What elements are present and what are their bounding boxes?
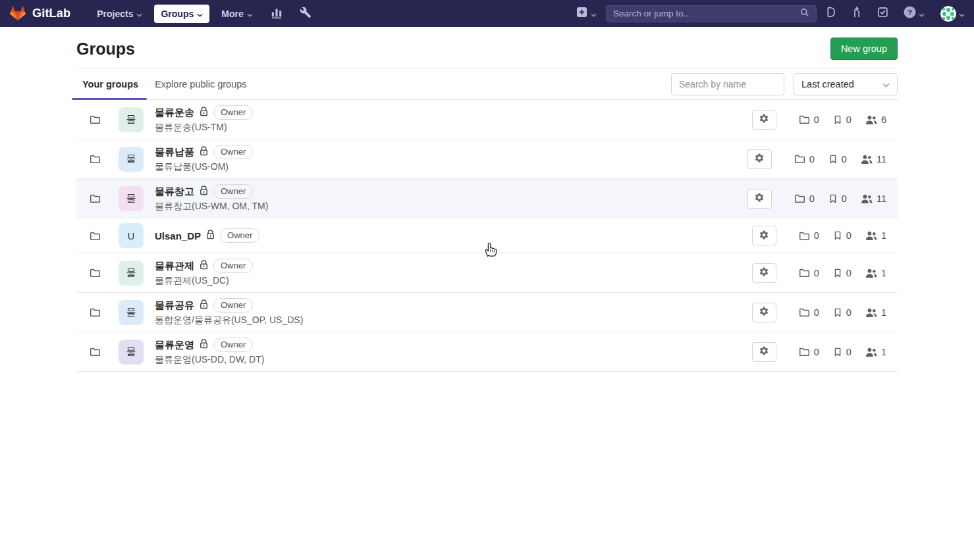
group-avatar[interactable]: 물: [119, 147, 144, 172]
gitlab-home-link[interactable]: GitLab: [9, 4, 70, 24]
group-avatar-initial: 물: [126, 345, 136, 358]
role-badge: Owner: [213, 259, 253, 273]
lock-icon: [200, 339, 208, 351]
group-settings-button[interactable]: [747, 149, 772, 169]
tab-your-groups[interactable]: Your groups: [76, 68, 144, 99]
group-name-link[interactable]: 물류운영: [155, 339, 194, 351]
folder-icon: [90, 268, 101, 278]
users-icon: [865, 307, 877, 318]
group-description: 물류창고(US-WM, OM, TM): [155, 201, 268, 213]
folder-icon: [799, 231, 810, 241]
filter-by-name-input[interactable]: [671, 73, 784, 95]
group-name-link[interactable]: 물류관제: [155, 260, 194, 272]
bookmark-icon: [833, 230, 842, 241]
subgroups-count: 0: [799, 347, 819, 357]
subgroups-count: 0: [799, 307, 819, 318]
group-settings-button[interactable]: [747, 189, 772, 209]
members-count: 1: [865, 347, 886, 357]
group-settings-button[interactable]: [752, 110, 776, 130]
group-name-link[interactable]: 물류운송: [155, 107, 194, 119]
chevron-down-icon: [591, 8, 597, 20]
folder-icon: [799, 268, 810, 278]
projects-count: 0: [833, 115, 852, 125]
issues-icon: [826, 7, 836, 20]
lock-icon: [200, 186, 208, 198]
group-description: 물류납품(US-OM): [155, 161, 253, 173]
gear-icon: [759, 345, 769, 358]
group-settings-button[interactable]: [752, 303, 776, 322]
role-badge: Owner: [213, 338, 253, 352]
groups-list: 물 물류운송 Owner 물류운송(US-TM): [76, 100, 898, 372]
group-name-link[interactable]: 물류공유: [155, 299, 194, 312]
new-group-button[interactable]: New group: [830, 38, 898, 60]
global-search-input[interactable]: [613, 9, 800, 18]
lock-icon: [200, 107, 208, 119]
group-avatar[interactable]: 물: [119, 261, 144, 286]
group-avatar[interactable]: 물: [119, 300, 144, 325]
analytics-button[interactable]: [265, 3, 288, 25]
nav-groups[interactable]: Groups: [154, 5, 209, 23]
merge-requests-button[interactable]: [852, 7, 862, 20]
group-avatar[interactable]: 물: [119, 186, 144, 211]
group-name-link[interactable]: Ulsan_DP: [155, 230, 201, 242]
chevron-down-icon: [197, 9, 203, 19]
group-avatar[interactable]: 물: [119, 340, 144, 365]
group-row[interactable]: 물 물류공유 Owner 통합운영/물류공유(US_OP, US_DS): [76, 293, 898, 332]
question-circle-icon: ?: [904, 6, 916, 21]
issues-button[interactable]: [826, 7, 836, 20]
group-avatar[interactable]: 물: [119, 107, 144, 132]
main-menu: Projects Groups More: [90, 3, 317, 25]
group-description: 통합운영/물류공유(US_OP, US_DS): [155, 315, 303, 326]
folder-icon: [799, 347, 810, 357]
projects-count: 0: [833, 347, 852, 357]
users-icon: [861, 154, 873, 165]
folder-icon: [799, 307, 810, 317]
group-settings-button[interactable]: [752, 342, 776, 362]
nav-projects[interactable]: Projects: [90, 5, 149, 23]
sort-dropdown[interactable]: Last created: [794, 73, 898, 95]
members-count: 1: [865, 307, 886, 318]
user-menu-button[interactable]: [940, 6, 965, 22]
todos-button[interactable]: [878, 7, 888, 20]
bar-chart-icon: [271, 7, 283, 21]
projects-count: 0: [828, 154, 847, 165]
projects-count: 0: [833, 307, 852, 318]
subgroups-count: 0: [794, 154, 815, 165]
admin-area-button[interactable]: [294, 3, 317, 25]
group-row[interactable]: 물 물류운영 Owner 물류운영(US-DD, DW, DT): [76, 332, 898, 372]
group-name-link[interactable]: 물류납품: [155, 146, 194, 159]
group-settings-button[interactable]: [752, 263, 776, 283]
role-badge: Owner: [213, 145, 253, 159]
nav-more[interactable]: More: [215, 5, 259, 23]
lock-icon: [206, 230, 215, 242]
groups-page: Groups New group Your groups Explore pub…: [76, 27, 898, 372]
lock-icon: [200, 260, 208, 272]
subgroups-count: 0: [799, 268, 819, 278]
new-menu-button[interactable]: [576, 7, 597, 20]
group-row[interactable]: 물 물류창고 Owner 물류창고(US-WM, OM, TM): [76, 179, 898, 218]
group-row[interactable]: 물 물류관제 Owner 물류관제(US_DC): [76, 253, 898, 293]
global-search[interactable]: [606, 5, 817, 22]
lock-icon: [200, 299, 208, 312]
group-name-link[interactable]: 물류창고: [155, 186, 194, 198]
group-avatar-initial: 물: [126, 192, 136, 205]
projects-count: 0: [828, 193, 847, 204]
group-settings-button[interactable]: [752, 226, 776, 245]
group-row[interactable]: 물 물류납품 Owner 물류납품(US-OM): [76, 140, 898, 179]
users-icon: [865, 230, 877, 241]
group-row[interactable]: U Ulsan_DP Owner: [76, 218, 898, 253]
members-count: 6: [865, 115, 886, 125]
groups-tabs-bar: Your groups Explore public groups Last c…: [76, 68, 898, 100]
help-menu-button[interactable]: ?: [904, 6, 925, 21]
members-count: 1: [865, 268, 886, 278]
folder-icon: [794, 193, 805, 203]
gear-icon: [754, 153, 765, 165]
group-avatar-initial: 물: [126, 267, 136, 279]
sort-dropdown-value: Last created: [801, 79, 854, 89]
folder-icon: [90, 154, 101, 164]
gitlab-tanuki-logo-icon: [9, 4, 26, 24]
group-avatar[interactable]: U: [119, 223, 144, 248]
gear-icon: [759, 267, 769, 279]
tab-explore-public-groups[interactable]: Explore public groups: [149, 68, 252, 99]
group-row[interactable]: 물 물류운송 Owner 물류운송(US-TM): [76, 100, 898, 140]
